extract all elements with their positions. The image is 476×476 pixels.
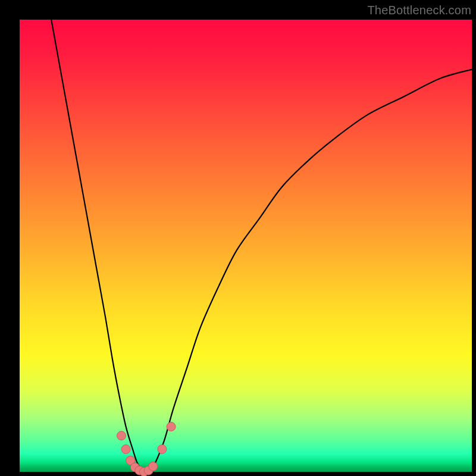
- chart-frame: TheBottleneck.com: [0, 0, 476, 476]
- curve-marker: [167, 422, 176, 431]
- curve-marker: [121, 445, 130, 454]
- curve-marker: [158, 445, 167, 454]
- curve-svg: [20, 20, 472, 472]
- bottleneck-curve: [51, 20, 472, 472]
- curve-marker: [117, 431, 126, 440]
- curve-marker: [149, 462, 158, 471]
- watermark-text: TheBottleneck.com: [367, 4, 471, 17]
- plot-area: [20, 20, 472, 472]
